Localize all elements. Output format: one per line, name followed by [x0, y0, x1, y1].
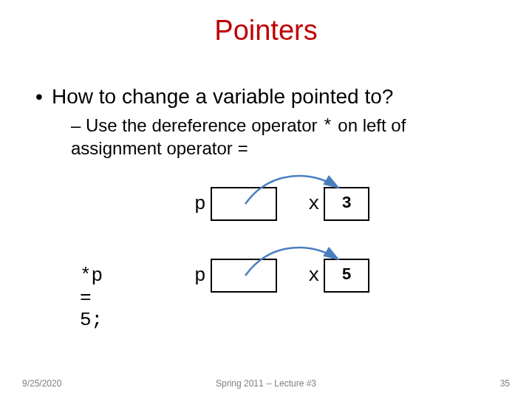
slide: Pointers •How to change a variable point… — [0, 0, 532, 399]
footer-page-number: 35 — [500, 378, 510, 389]
pointer-arrow-2 — [0, 0, 532, 399]
footer-center: Spring 2011 -- Lecture #3 — [0, 378, 532, 389]
